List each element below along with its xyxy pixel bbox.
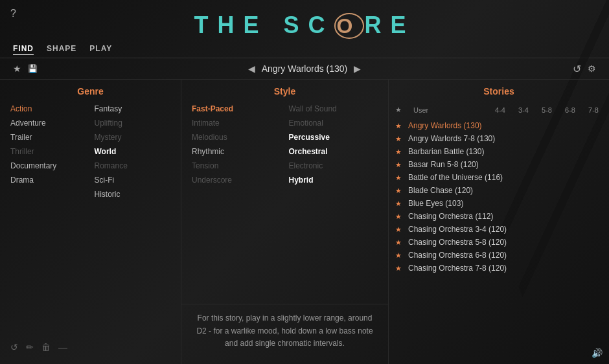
story-star-icon[interactable]: ★ <box>395 264 404 273</box>
story-name: Chasing Orchestra (112) <box>408 212 603 221</box>
genre-documentary[interactable]: Documentary <box>6 160 91 172</box>
style-rhythmic[interactable]: Rhythmic <box>188 146 285 157</box>
story-item[interactable]: ★Barbarian Battle (130) <box>391 145 606 158</box>
story-item[interactable]: ★Chasing Orchestra 6-8 (120) <box>391 249 606 262</box>
story-item[interactable]: ★Angry Warlords (130) <box>391 119 606 132</box>
col-header-58: 5-8 <box>538 106 556 114</box>
genre-trailer[interactable]: Trailer <box>6 131 91 143</box>
nav-shape[interactable]: SHAPE <box>47 43 76 55</box>
genre-adventure[interactable]: Adventure <box>6 117 91 129</box>
settings-button[interactable]: ⚙ <box>588 63 596 74</box>
story-name: Blue Eyes (103) <box>408 199 603 208</box>
genre-mystery[interactable]: Mystery <box>91 131 175 143</box>
story-name: Battle of the Universe (116) <box>408 173 603 182</box>
genre-edit-icon[interactable]: ✏ <box>26 342 34 352</box>
prev-button[interactable]: ◀ <box>248 63 255 74</box>
app-title: THE SCORE <box>194 12 415 39</box>
current-title: Angry Warlords (130) <box>262 63 348 74</box>
story-star-icon[interactable]: ★ <box>395 161 404 169</box>
stories-panel: Stories ★ User 4-4 3-4 5-8 6-8 7-8 ★Angr… <box>389 80 609 364</box>
refresh-button[interactable]: ↺ <box>573 63 581 75</box>
col-header-78: 7-8 <box>584 106 603 114</box>
style-melodious[interactable]: Melodious <box>188 131 285 143</box>
save-button[interactable]: 💾 <box>28 64 38 73</box>
style-fastpaced[interactable]: Fast-Paced <box>188 103 285 115</box>
story-item[interactable]: ★Chasing Orchestra 3-4 (120) <box>391 223 606 236</box>
toolbar-left: ★ 💾 <box>13 63 38 74</box>
genre-refresh-icon[interactable]: ↺ <box>10 342 18 352</box>
genre-thriller[interactable]: Thriller <box>6 146 91 157</box>
style-hybrid[interactable]: Hybrid <box>285 174 382 186</box>
nav-play[interactable]: PLAY <box>89 43 112 55</box>
title-container: THE SCORE <box>194 6 415 40</box>
style-orchestral[interactable]: Orchestral <box>285 146 382 157</box>
col-header-34: 3-4 <box>514 106 533 114</box>
style-emotional[interactable]: Emotional <box>285 117 382 129</box>
story-item[interactable]: ★Battle of the Universe (116) <box>391 171 606 184</box>
genre-fantasy[interactable]: Fantasy <box>91 103 175 115</box>
stories-user-label: User <box>413 106 486 114</box>
story-star-icon[interactable]: ★ <box>395 212 404 221</box>
style-underscore[interactable]: Underscore <box>188 174 285 186</box>
story-item[interactable]: ★Blade Chase (120) <box>391 184 606 197</box>
story-star-icon[interactable]: ★ <box>395 187 404 195</box>
toolbar-center: ◀ Angry Warlords (130) ▶ <box>248 63 362 74</box>
story-star-icon[interactable]: ★ <box>395 199 404 208</box>
genre-world[interactable]: World <box>91 146 175 157</box>
stories-col-headers: 4-4 3-4 5-8 6-8 7-8 <box>491 106 603 114</box>
story-star-icon[interactable]: ★ <box>395 122 404 130</box>
story-star-icon[interactable]: ★ <box>395 238 404 247</box>
style-col-2: Wall of Sound Emotional Percussive Orche… <box>285 103 382 301</box>
next-button[interactable]: ▶ <box>354 63 361 74</box>
story-name: Angry Warlords 7-8 (130) <box>408 134 603 143</box>
story-item[interactable]: ★Chasing Orchestra (112) <box>391 210 606 223</box>
title-re: RE <box>364 12 415 38</box>
story-name: Barbarian Battle (130) <box>408 147 603 156</box>
story-star-icon[interactable]: ★ <box>395 148 404 156</box>
help-icon[interactable]: ? <box>10 8 16 19</box>
genre-delete-icon[interactable]: 🗑 <box>41 342 51 352</box>
genre-minus-icon[interactable]: — <box>58 342 67 352</box>
story-name: Chasing Orchestra 3-4 (120) <box>408 225 603 234</box>
story-list: ★Angry Warlords (130)★Angry Warlords 7-8… <box>389 119 609 358</box>
story-item[interactable]: ★Chasing Orchestra 5-8 (120) <box>391 236 606 249</box>
story-item[interactable]: ★Basar Run 5-8 (120) <box>391 158 606 171</box>
style-description: For this story, play in a slightly lower… <box>181 304 388 358</box>
star-button[interactable]: ★ <box>13 63 21 74</box>
style-col-1: Fast-Paced Intimate Melodious Rhythmic T… <box>188 103 285 301</box>
story-name: Chasing Orchestra 5-8 (120) <box>408 238 603 247</box>
style-intimate[interactable]: Intimate <box>188 117 285 129</box>
style-panel: Style Fast-Paced Intimate Melodious Rhyt… <box>181 80 389 364</box>
story-star-icon[interactable]: ★ <box>395 251 404 260</box>
style-wallofsound[interactable]: Wall of Sound <box>285 103 382 115</box>
nav-bar: FIND SHAPE PLAY <box>0 40 609 58</box>
style-columns: Fast-Paced Intimate Melodious Rhythmic T… <box>181 103 388 301</box>
story-item[interactable]: ★Chasing Orchestra 7-8 (120) <box>391 262 606 275</box>
nav-find[interactable]: FIND <box>13 43 34 55</box>
style-percussive[interactable]: Percussive <box>285 131 382 143</box>
genre-drama[interactable]: Drama <box>6 174 91 186</box>
main-content: Genre Action Adventure Trailer Thriller … <box>0 80 609 364</box>
story-star-icon[interactable]: ★ <box>395 174 404 182</box>
stories-header: Stories <box>389 86 609 97</box>
genre-romance[interactable]: Romance <box>91 160 175 172</box>
title-sc: SC <box>284 12 334 38</box>
genre-uplifting[interactable]: Uplifting <box>91 117 175 129</box>
style-tension[interactable]: Tension <box>188 160 285 172</box>
story-star-icon[interactable]: ★ <box>395 225 404 234</box>
genre-col-1: Action Adventure Trailer Thriller Docume… <box>6 103 91 337</box>
style-electronic[interactable]: Electronic <box>285 160 382 172</box>
story-name: Chasing Orchestra 7-8 (120) <box>408 264 603 273</box>
genre-action[interactable]: Action <box>6 103 91 115</box>
genre-historic[interactable]: Historic <box>91 188 175 200</box>
genre-scifi[interactable]: Sci-Fi <box>91 174 175 186</box>
toolbar-right: ↺ ⚙ <box>573 63 596 75</box>
story-item[interactable]: ★Blue Eyes (103) <box>391 197 606 210</box>
story-name: Blade Chase (120) <box>408 186 603 195</box>
story-star-icon[interactable]: ★ <box>395 135 404 143</box>
volume-icon[interactable]: 🔊 <box>592 348 603 358</box>
col-header-68: 6-8 <box>561 106 579 114</box>
story-item[interactable]: ★Angry Warlords 7-8 (130) <box>391 132 606 145</box>
stories-header-row: ★ User 4-4 3-4 5-8 6-8 7-8 <box>389 103 609 117</box>
genre-columns: Action Adventure Trailer Thriller Docume… <box>0 103 181 337</box>
